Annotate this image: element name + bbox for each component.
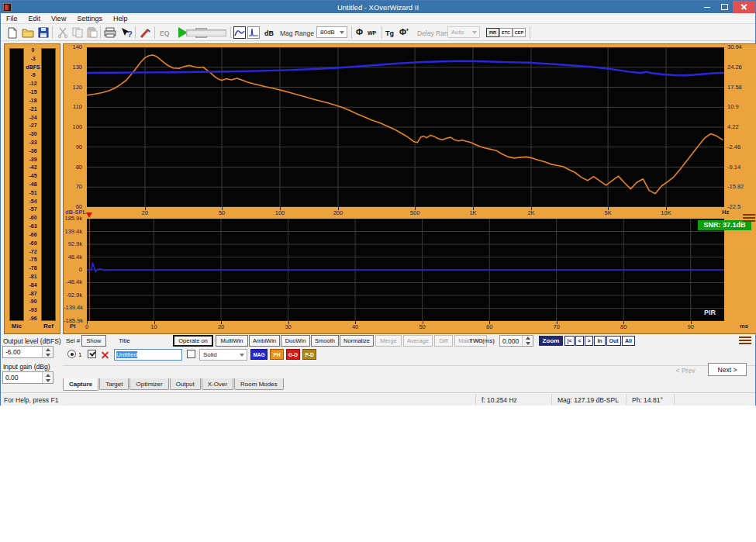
- wrapped-phase-button[interactable]: WP: [368, 30, 376, 36]
- menu-view[interactable]: View: [46, 15, 71, 22]
- mag-y-tick-left: 110: [64, 104, 85, 110]
- magnitude-plot[interactable]: [87, 47, 724, 207]
- mag-y-tick-left: 80: [64, 164, 85, 171]
- meter-scale-label: -93: [25, 307, 41, 312]
- trace-title-input[interactable]: Untitled: [114, 349, 182, 361]
- pir-x-tick: 40: [345, 323, 365, 330]
- trace-option-checkbox[interactable]: [187, 350, 195, 358]
- output-level-field[interactable]: -6.00: [2, 346, 54, 358]
- tab-room-modes[interactable]: Room Modes: [234, 378, 284, 390]
- measure-tool-button[interactable]: [138, 26, 154, 40]
- new-file-button[interactable]: [5, 26, 20, 40]
- ambiwin-button[interactable]: AmbiWin: [249, 335, 280, 347]
- minimize-button[interactable]: [699, 1, 716, 13]
- meter-scale-label: -21: [25, 106, 41, 112]
- maximize-button[interactable]: [716, 1, 733, 13]
- status-frequency: f: 10.254 Hz: [482, 396, 517, 404]
- tab-x-over[interactable]: X-Over: [202, 378, 233, 390]
- pir-x-tick: 70: [547, 323, 567, 330]
- tick-mark: [87, 321, 88, 324]
- line-style-select[interactable]: Solid: [199, 349, 247, 361]
- phase-button[interactable]: Φ: [356, 27, 363, 36]
- tab-optimizer[interactable]: Optimizer: [129, 378, 168, 390]
- input-gain-spinner[interactable]: [42, 372, 53, 383]
- db-scale-button[interactable]: dB: [264, 29, 274, 37]
- trace-ph-button[interactable]: PH: [270, 349, 284, 360]
- zoom-left-button[interactable]: <: [575, 336, 584, 346]
- output-level-spinner[interactable]: [42, 347, 53, 357]
- meter-scale-label: -78: [25, 265, 41, 271]
- menu-edit[interactable]: Edit: [23, 15, 47, 22]
- eq-button: EQ: [160, 29, 169, 37]
- tab-output[interactable]: Output: [170, 378, 201, 390]
- time-marker-handle[interactable]: [86, 212, 92, 218]
- menu-help[interactable]: Help: [108, 15, 133, 22]
- group-delay-button[interactable]: Tg: [385, 29, 394, 37]
- tw0-field[interactable]: 0.000: [499, 335, 533, 347]
- menu-file[interactable]: File: [1, 15, 23, 22]
- input-gain-field[interactable]: 0.00: [2, 371, 54, 384]
- tw0-spinner[interactable]: [522, 336, 533, 346]
- pir-y-tick: 46.4k: [64, 254, 85, 261]
- context-help-button[interactable]: ?: [119, 26, 134, 40]
- mag-x-tick: 100: [270, 209, 290, 216]
- operate-on-button[interactable]: Operate on: [173, 335, 213, 347]
- mag-range-value: 80dB: [320, 29, 335, 36]
- screen: Untitled - XOverWizard II FileEditViewSe…: [0, 0, 756, 542]
- magnitude-view-button[interactable]: [233, 26, 246, 39]
- menu-settings[interactable]: Settings: [71, 15, 108, 22]
- zoom-right-button[interactable]: >: [585, 336, 593, 346]
- tick-mark: [415, 207, 416, 210]
- trace-1-radio[interactable]: [67, 350, 76, 358]
- save-button[interactable]: [36, 26, 51, 40]
- zoom-out-button[interactable]: Out: [606, 336, 621, 346]
- normalize-button[interactable]: Normalize: [340, 335, 374, 347]
- mag-range-select[interactable]: 80dB: [316, 26, 347, 38]
- ms-axis-label: ms: [740, 323, 748, 330]
- trace-visible-checkbox[interactable]: [88, 350, 96, 358]
- line-style-value: Solid: [203, 351, 217, 358]
- etc-mode-button[interactable]: ETC: [499, 28, 513, 37]
- show-button[interactable]: Show: [81, 335, 106, 347]
- trace-p-d-button[interactable]: P-D: [302, 349, 316, 360]
- toolbar: ? EQ dB Mag Range 80dB Φ WP Tg Φ′ Delay …: [1, 24, 755, 41]
- zoom-all-button[interactable]: All: [622, 336, 635, 346]
- trace-mag-button[interactable]: MAG: [250, 349, 268, 360]
- close-button[interactable]: [733, 1, 755, 13]
- mag-y-tick-left: 140: [64, 44, 85, 50]
- meter-scale-label: -84: [25, 282, 41, 288]
- capture-progress-bar: [186, 29, 226, 36]
- impulse-plot[interactable]: [87, 219, 724, 321]
- phase-delay-button[interactable]: Φ′: [399, 27, 409, 36]
- copy-icon: [72, 27, 83, 38]
- mag-range-label: Mag Range: [280, 29, 314, 37]
- row-grip-icon[interactable]: [739, 337, 751, 344]
- duowin-button[interactable]: DuoWin: [281, 335, 310, 347]
- tick-mark: [608, 207, 609, 210]
- cep-mode-button[interactable]: CEP: [513, 28, 526, 37]
- tab-target[interactable]: Target: [99, 378, 129, 390]
- open-file-button[interactable]: [20, 26, 36, 40]
- meter-scale-label: dBFS: [25, 64, 41, 70]
- next-button[interactable]: Next >: [708, 363, 747, 376]
- tab-capture[interactable]: Capture: [63, 378, 98, 391]
- delete-trace-icon[interactable]: [100, 350, 110, 360]
- spin-down-icon: [526, 342, 530, 345]
- pir-y-tick: 139.4k: [64, 229, 85, 235]
- smooth-button[interactable]: Smooth: [311, 335, 339, 347]
- impulse-view-button[interactable]: [247, 26, 260, 39]
- sel-label: Sel #: [66, 337, 80, 344]
- meter-scale-label: -24: [25, 115, 41, 120]
- app-window: Untitled - XOverWizard II FileEditViewSe…: [0, 0, 756, 406]
- zoom-start-button[interactable]: |<: [564, 336, 575, 346]
- meter-scale-label: -30: [25, 131, 41, 136]
- print-button[interactable]: [102, 26, 118, 40]
- trace-g-d-button[interactable]: G-D: [286, 349, 300, 360]
- multiwin-button[interactable]: MultiWin: [216, 335, 248, 347]
- new-file-icon: [7, 27, 18, 39]
- panel-grip-icon[interactable]: [743, 214, 755, 222]
- output-level-label: Output level (dBFS): [3, 337, 61, 345]
- pir-mode-button[interactable]: PIR: [486, 28, 499, 37]
- meter-scale-label: -90: [25, 299, 41, 304]
- zoom-in-button[interactable]: In: [594, 336, 606, 346]
